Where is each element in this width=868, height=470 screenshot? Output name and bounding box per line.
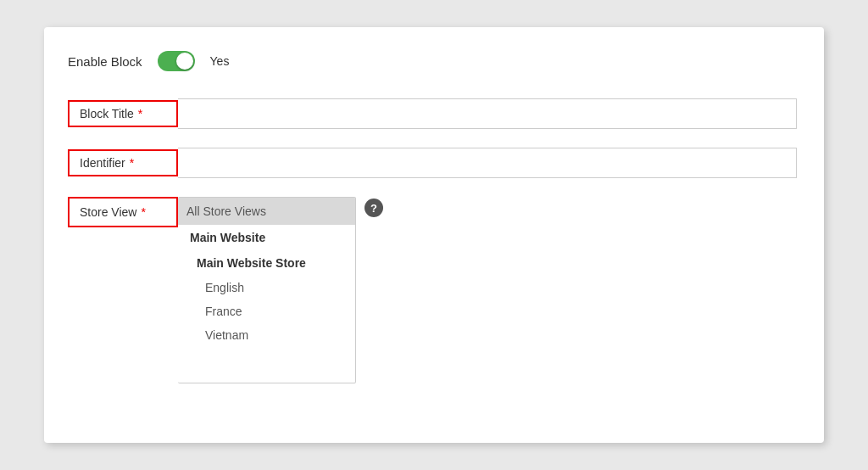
store-option-main-website-store: Main Website Store (178, 250, 355, 276)
identifier-required: * (130, 156, 134, 170)
identifier-label: Identifier * (68, 149, 178, 176)
form-card: Enable Block Yes Block Title * Identifie… (44, 27, 824, 443)
store-view-help-icon[interactable]: ? (364, 199, 383, 217)
store-option-main-website: Main Website (178, 225, 355, 250)
store-option-france: France (178, 299, 355, 323)
block-title-row: Block Title * (68, 98, 797, 129)
block-title-required: * (138, 107, 142, 120)
identifier-input[interactable] (178, 148, 797, 178)
store-view-required: * (141, 205, 145, 219)
block-title-label: Block Title * (68, 100, 178, 127)
store-view-select[interactable]: All Store Views Main Website Main Websit… (178, 197, 356, 383)
toggle-yes-label: Yes (210, 54, 230, 68)
store-option-english: English (178, 276, 355, 299)
store-view-label: Store View * (68, 197, 178, 227)
store-option-all: All Store Views (178, 198, 355, 225)
store-view-select-container: All Store Views Main Website Main Websit… (178, 197, 383, 383)
store-option-vietnam: Vietnam (178, 323, 355, 347)
enable-block-row: Enable Block Yes (68, 51, 797, 71)
store-view-row: Store View * All Store Views Main Websit… (68, 197, 797, 383)
block-title-input[interactable] (178, 98, 797, 129)
enable-block-toggle[interactable] (158, 51, 195, 71)
enable-block-label: Enable Block (68, 54, 142, 69)
identifier-row: Identifier * (68, 148, 797, 178)
toggle-knob (176, 53, 193, 70)
